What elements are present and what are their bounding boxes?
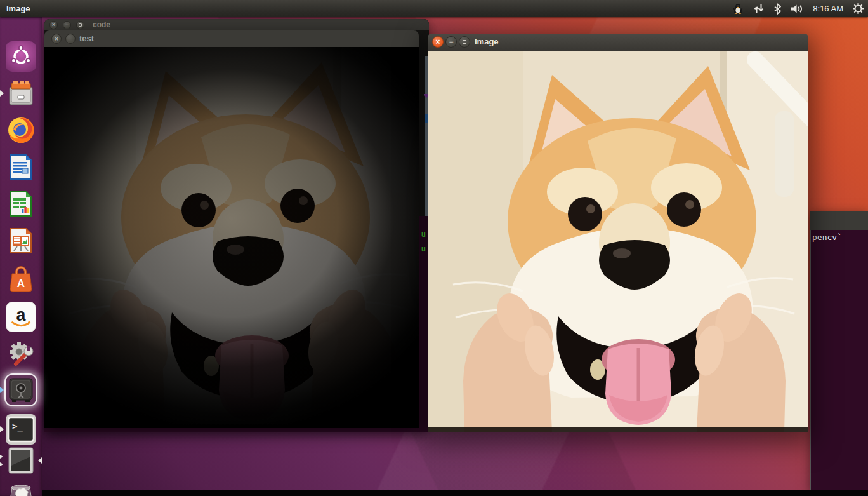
image-window-title: Image [475, 37, 499, 46]
running-indicator [0, 455, 3, 459]
session-gear-icon[interactable] [852, 3, 864, 15]
launcher-item-settings[interactable] [6, 338, 36, 369]
settings-wrench-icon [6, 338, 36, 369]
close-icon[interactable]: × [51, 34, 62, 44]
active-app-title: Image [6, 4, 30, 13]
screen-frame-icon [6, 445, 36, 476]
minimize-icon[interactable]: − [65, 34, 76, 44]
running-indicator [0, 426, 4, 432]
test-window-title: test [79, 34, 94, 43]
maximize-icon[interactable] [76, 21, 84, 29]
maximize-icon[interactable] [459, 36, 470, 48]
prompt-char: u [421, 245, 426, 253]
launcher-item-firefox[interactable] [6, 115, 36, 145]
volume-icon[interactable] [790, 3, 804, 15]
test-titlebar[interactable]: × − test [44, 30, 419, 47]
top-panel: Image 8:16 AM [0, 0, 868, 17]
launcher-item-software[interactable]: A [6, 264, 36, 294]
terminal-text: pencv` [812, 232, 842, 242]
launcher-item-files[interactable] [6, 78, 36, 109]
launcher-item-calc[interactable] [6, 189, 36, 219]
test-image-dark-dog-photo [44, 47, 419, 428]
launcher-item-dash[interactable] [6, 41, 36, 72]
running-indicator [0, 90, 4, 97]
image-window[interactable]: × − Image [428, 34, 808, 432]
files-cabinet-icon [6, 78, 36, 109]
background-terminal-window[interactable]: pencv` [810, 211, 868, 491]
firefox-icon [6, 115, 36, 145]
wallpaper-bottom-edge [0, 490, 868, 496]
bluetooth-icon[interactable] [773, 3, 781, 15]
launcher-item-terminal[interactable]: >_ [6, 414, 36, 445]
desktop: pencv` × − code u u × − test [0, 0, 868, 496]
vault-safe-icon [6, 375, 36, 405]
software-bag-icon: A [6, 264, 36, 294]
test-window[interactable]: × − test [44, 30, 419, 428]
svg-text:>_: >_ [12, 421, 23, 432]
wine-tux-icon[interactable] [732, 3, 744, 15]
image-titlebar[interactable]: × − Image [428, 34, 808, 51]
writer-icon [6, 152, 36, 182]
notification-indicator [0, 387, 4, 393]
vignette-overlay [44, 47, 419, 428]
svg-text:A: A [17, 278, 25, 290]
launcher-item-vault[interactable] [6, 375, 36, 405]
code-titlebar[interactable]: × − code [44, 19, 429, 30]
terminal-body[interactable]: pencv` [810, 230, 868, 491]
calc-icon [6, 189, 36, 219]
launcher-item-amazon[interactable]: a [6, 302, 36, 332]
close-icon[interactable]: × [49, 21, 58, 29]
code-window-title: code [93, 20, 110, 29]
minimize-icon[interactable]: − [63, 21, 71, 29]
prompt-char: u [421, 230, 426, 239]
image-bright-dog-photo [428, 51, 808, 432]
focused-indicator [38, 457, 42, 464]
launcher-item-impress[interactable] [6, 225, 36, 256]
impress-icon [6, 225, 36, 256]
clock[interactable]: 8:16 AM [813, 4, 843, 13]
terminal-icon: >_ [6, 414, 36, 445]
unity-launcher: A a [0, 17, 42, 496]
svg-text:a: a [16, 305, 27, 325]
network-arrows-icon[interactable] [753, 3, 765, 15]
launcher-item-writer[interactable] [6, 152, 36, 182]
launcher-item-screenshot[interactable] [6, 445, 36, 476]
trash-icon [6, 479, 36, 496]
close-icon[interactable]: × [432, 36, 444, 48]
system-tray: 8:16 AM [732, 0, 864, 17]
launcher-item-trash[interactable] [6, 479, 36, 496]
terminal-titlebar[interactable] [810, 211, 868, 230]
ubuntu-logo-icon [6, 41, 36, 72]
amazon-icon: a [6, 302, 36, 332]
running-indicator [0, 462, 3, 466]
minimize-icon[interactable]: − [445, 36, 457, 48]
